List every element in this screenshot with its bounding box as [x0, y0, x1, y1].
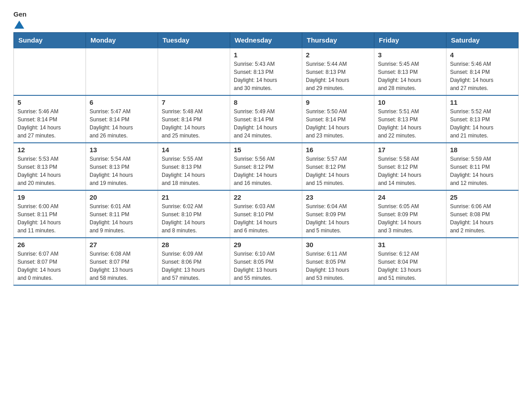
- day-number: 22: [234, 193, 298, 201]
- day-info-line: Sunrise: 6:07 AM: [17, 250, 82, 258]
- day-number: 31: [378, 241, 442, 248]
- day-info-line: Sunrise: 6:12 AM: [378, 250, 442, 258]
- day-info-line: Sunrise: 6:05 AM: [378, 202, 442, 210]
- calendar-cell: 29Sunrise: 6:10 AMSunset: 8:05 PMDayligh…: [230, 238, 302, 285]
- day-info-line: Sunrise: 5:49 AM: [234, 107, 298, 116]
- day-info-line: Daylight: 13 hours: [162, 266, 226, 274]
- calendar-header-row: SundayMondayTuesdayWednesdayThursdayFrid…: [14, 33, 519, 48]
- day-info-line: and 53 minutes.: [306, 274, 370, 282]
- calendar-cell: 14Sunrise: 5:55 AMSunset: 8:13 PMDayligh…: [158, 143, 230, 190]
- calendar-cell: 1Sunrise: 5:43 AMSunset: 8:13 PMDaylight…: [230, 48, 302, 95]
- day-info-line: Daylight: 14 hours: [450, 124, 515, 132]
- calendar-cell: 26Sunrise: 6:07 AMSunset: 8:07 PMDayligh…: [14, 238, 86, 285]
- day-number: 18: [450, 146, 515, 154]
- day-number: 28: [162, 241, 226, 248]
- calendar-cell: 16Sunrise: 5:57 AMSunset: 8:12 PMDayligh…: [302, 143, 374, 190]
- day-info-line: Sunrise: 5:46 AM: [17, 107, 82, 116]
- calendar-week-row: 26Sunrise: 6:07 AMSunset: 8:07 PMDayligh…: [14, 238, 519, 285]
- day-info-line: Sunrise: 5:47 AM: [90, 107, 154, 116]
- day-info-line: and 23 minutes.: [306, 132, 370, 140]
- day-info-line: Daylight: 14 hours: [17, 218, 82, 227]
- header: General: [13, 9, 519, 28]
- day-info-line: Daylight: 14 hours: [90, 124, 154, 132]
- calendar-cell: 25Sunrise: 6:06 AMSunset: 8:08 PMDayligh…: [446, 190, 519, 238]
- day-info-line: Sunset: 8:11 PM: [90, 210, 154, 218]
- calendar-week-row: 12Sunrise: 5:53 AMSunset: 8:13 PMDayligh…: [14, 143, 519, 190]
- calendar-cell: 9Sunrise: 5:50 AMSunset: 8:14 PMDaylight…: [302, 95, 374, 143]
- day-info-line: Sunset: 8:10 PM: [234, 210, 298, 218]
- day-info-line: Sunset: 8:13 PM: [450, 116, 515, 124]
- day-number: 24: [378, 193, 442, 201]
- day-number: 25: [450, 193, 515, 201]
- day-info-line: Sunset: 8:10 PM: [162, 210, 226, 218]
- calendar-cell: [86, 48, 158, 95]
- calendar-cell: 8Sunrise: 5:49 AMSunset: 8:14 PMDaylight…: [230, 95, 302, 143]
- day-info-line: Sunrise: 5:44 AM: [306, 60, 370, 68]
- day-info-line: Daylight: 14 hours: [378, 124, 442, 132]
- day-info-line: Sunrise: 6:06 AM: [450, 202, 515, 210]
- day-info-line: Sunset: 8:13 PM: [234, 68, 298, 76]
- day-info-line: and 18 minutes.: [162, 179, 226, 187]
- day-info-line: Daylight: 14 hours: [162, 124, 226, 132]
- day-info-line: Sunrise: 6:02 AM: [162, 202, 226, 210]
- day-info-line: Daylight: 14 hours: [450, 76, 515, 84]
- day-info-line: Sunrise: 5:45 AM: [378, 60, 442, 68]
- day-info-line: and 6 minutes.: [234, 227, 298, 235]
- day-info-line: Daylight: 14 hours: [378, 76, 442, 84]
- calendar: SundayMondayTuesdayWednesdayThursdayFrid…: [13, 32, 519, 286]
- day-info-line: Sunset: 8:14 PM: [306, 116, 370, 124]
- calendar-cell: 15Sunrise: 5:56 AMSunset: 8:12 PMDayligh…: [230, 143, 302, 190]
- calendar-cell: 12Sunrise: 5:53 AMSunset: 8:13 PMDayligh…: [14, 143, 86, 190]
- calendar-cell: 5Sunrise: 5:46 AMSunset: 8:14 PMDaylight…: [14, 95, 86, 143]
- day-number: 20: [90, 193, 154, 201]
- calendar-cell: 18Sunrise: 5:59 AMSunset: 8:11 PMDayligh…: [446, 143, 519, 190]
- day-number: 11: [450, 98, 515, 106]
- calendar-day-header: Saturday: [446, 33, 519, 48]
- day-number: 2: [306, 51, 370, 59]
- day-info-line: and 2 minutes.: [450, 227, 515, 235]
- day-info-line: Sunrise: 5:50 AM: [306, 107, 370, 116]
- calendar-day-header: Sunday: [14, 33, 86, 48]
- day-info-line: Sunset: 8:13 PM: [306, 68, 370, 76]
- day-info-line: and 12 minutes.: [450, 179, 515, 187]
- day-info-line: Sunset: 8:14 PM: [17, 116, 82, 124]
- day-info-line: and 29 minutes.: [306, 84, 370, 92]
- day-info-line: Sunset: 8:09 PM: [306, 210, 370, 218]
- day-info-line: Daylight: 14 hours: [234, 171, 298, 179]
- day-number: 12: [17, 146, 82, 154]
- day-info-line: Daylight: 14 hours: [234, 218, 298, 227]
- day-info-line: and 22 minutes.: [378, 132, 442, 140]
- day-number: 14: [162, 146, 226, 154]
- day-info-line: Daylight: 13 hours: [378, 266, 442, 274]
- day-info-line: and 27 minutes.: [17, 132, 82, 140]
- calendar-cell: 7Sunrise: 5:48 AMSunset: 8:14 PMDaylight…: [158, 95, 230, 143]
- day-info-line: Daylight: 13 hours: [306, 266, 370, 274]
- calendar-cell: 2Sunrise: 5:44 AMSunset: 8:13 PMDaylight…: [302, 48, 374, 95]
- calendar-cell: 21Sunrise: 6:02 AMSunset: 8:10 PMDayligh…: [158, 190, 230, 238]
- calendar-day-header: Wednesday: [230, 33, 302, 48]
- calendar-week-row: 5Sunrise: 5:46 AMSunset: 8:14 PMDaylight…: [14, 95, 519, 143]
- day-info-line: Daylight: 14 hours: [378, 171, 442, 179]
- day-info-line: Sunset: 8:13 PM: [17, 163, 82, 171]
- day-info-line: Daylight: 13 hours: [234, 266, 298, 274]
- day-info-line: Sunrise: 6:09 AM: [162, 250, 226, 258]
- day-info-line: Sunrise: 5:46 AM: [450, 60, 515, 68]
- day-info-line: and 55 minutes.: [234, 274, 298, 282]
- calendar-cell: 28Sunrise: 6:09 AMSunset: 8:06 PMDayligh…: [158, 238, 230, 285]
- day-info-line: Sunrise: 5:58 AM: [378, 155, 442, 163]
- calendar-cell: 3Sunrise: 5:45 AMSunset: 8:13 PMDaylight…: [374, 48, 446, 95]
- day-info-line: and 14 minutes.: [378, 179, 442, 187]
- day-number: 5: [17, 98, 82, 106]
- calendar-week-row: 1Sunrise: 5:43 AMSunset: 8:13 PMDaylight…: [14, 48, 519, 95]
- day-info-line: Sunset: 8:14 PM: [450, 68, 515, 76]
- logo-triangle-icon: [14, 20, 24, 30]
- calendar-cell: 6Sunrise: 5:47 AMSunset: 8:14 PMDaylight…: [86, 95, 158, 143]
- day-info-line: Sunrise: 5:51 AM: [378, 107, 442, 116]
- day-info-line: Sunrise: 5:48 AM: [162, 107, 226, 116]
- calendar-cell: 20Sunrise: 6:01 AMSunset: 8:11 PMDayligh…: [86, 190, 158, 238]
- day-info-line: Daylight: 14 hours: [306, 171, 370, 179]
- calendar-cell: 22Sunrise: 6:03 AMSunset: 8:10 PMDayligh…: [230, 190, 302, 238]
- day-info-line: Daylight: 14 hours: [450, 218, 515, 227]
- day-info-line: Sunset: 8:04 PM: [378, 258, 442, 266]
- day-number: 3: [378, 51, 442, 59]
